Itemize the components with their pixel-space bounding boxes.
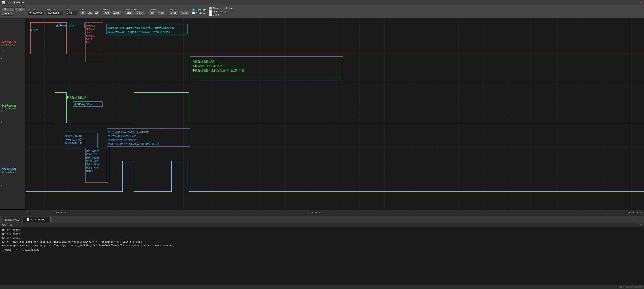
signal-info-checkbox-label[interactable]: Signal Info bbox=[192, 8, 206, 11]
svg-text:结束了Delay: 结束了Delay bbox=[86, 166, 98, 169]
bottom-bar: CSDN @家有仙妻谢孚栩 bbox=[0, 285, 644, 289]
waveform-svg: 先执行 主动Delay 10ms 高优先级 任务结束 Delay 打断低先 级任… bbox=[26, 18, 644, 210]
setup-button[interactable]: Setup... bbox=[2, 8, 14, 11]
svg-text:因此低优先级任务继续执行: 因此低优先级任务继续执行 bbox=[108, 138, 138, 141]
prev-button[interactable]: Prev bbox=[148, 11, 156, 15]
load-button[interactable]: Load... bbox=[14, 8, 26, 11]
show-cycles-checkbox[interactable] bbox=[209, 10, 212, 13]
tab-logic-analyzer[interactable]: 📊 Logic Analyzer bbox=[23, 217, 50, 222]
tab-logic-analyzer-icon: 📊 bbox=[26, 218, 30, 221]
svg-text:原因是低优先级任务执行的时候先take了信号量, 没有giv: 原因是低优先级任务执行的时候先take了信号量, 没有give bbox=[107, 30, 170, 33]
window-title: Logic Analyzer bbox=[6, 1, 24, 4]
signal-var-hp: flagHPTaskRun bbox=[1, 44, 24, 46]
zoom-all-button[interactable]: All bbox=[93, 11, 100, 15]
amplitude-checkbox[interactable] bbox=[192, 12, 195, 14]
min-time-input[interactable] bbox=[28, 11, 44, 14]
amplitude-label: Amplitude bbox=[196, 12, 206, 14]
toolbar-group-maxtime: Max Time bbox=[46, 8, 64, 14]
uart-settings-icon[interactable]: ⚙ bbox=[640, 223, 642, 226]
signal-info-label: Signal Info bbox=[196, 9, 206, 11]
save-button[interactable]: Save... bbox=[2, 12, 13, 16]
timestamps-label: Timestamps Enable bbox=[213, 7, 232, 10]
title-bar-left: 📊 Logic Analyzer bbox=[2, 1, 24, 4]
svg-text:高优先级: 高优先级 bbox=[86, 24, 95, 27]
svg-text:前两个任务都在: 前两个任务都在 bbox=[65, 135, 82, 138]
cursor-checkbox[interactable] bbox=[209, 13, 212, 16]
svg-text:级任务: 级任务 bbox=[86, 38, 93, 40]
grid-input[interactable] bbox=[66, 11, 77, 14]
toolbar-group-minmax: Min/Max Auto Undo bbox=[102, 8, 122, 15]
show-cycles-checkbox-label[interactable]: Show Cycles bbox=[209, 10, 226, 13]
signal-low-hp: 0 bbox=[1, 57, 24, 60]
tab-disassembly-label: Disassembly bbox=[5, 218, 19, 221]
signal-name-hp: 高优先级任务 bbox=[1, 40, 24, 44]
toolbar-group-transition: Transition Prev Next bbox=[147, 8, 167, 15]
signal-high-mp: 1 bbox=[1, 110, 24, 112]
signal-var-lp: flagLPTaskRun bbox=[1, 171, 24, 174]
svg-text:高优先级任务阻塞: 高优先级任务阻塞 bbox=[192, 60, 214, 63]
grid-label: Grid bbox=[66, 8, 70, 11]
credit-text: CSDN @家有仙妻谢孚栩 bbox=[620, 286, 642, 288]
svg-text:中优先级任务还在Delay中: 中优先级任务还在Delay中 bbox=[108, 135, 136, 138]
signal-info-checkbox[interactable] bbox=[192, 8, 195, 11]
next-button[interactable]: Next bbox=[157, 11, 166, 15]
max-time-label: Max Time bbox=[47, 8, 56, 11]
clear-button[interactable]: Clear bbox=[135, 11, 145, 15]
time-marker-middle: 0.445167 ms bbox=[54, 212, 67, 214]
toolbar-group-mintime: Min Time bbox=[28, 8, 45, 14]
waveform-area: 先执行 主动Delay 10ms 高优先级 任务结束 Delay 打断低先 级任… bbox=[26, 18, 644, 210]
min-time-label: Min Time bbox=[28, 8, 37, 11]
timestamps-checkbox[interactable] bbox=[209, 7, 212, 10]
tab-logic-analyzer-label: Logic Analyzer bbox=[31, 218, 47, 221]
signal-low-mp: 0 bbox=[1, 121, 24, 123]
svg-text:任务结束: 任务结束 bbox=[86, 28, 95, 30]
zoom-label: Zoom bbox=[80, 8, 85, 10]
svg-text:中优先级任务执行: 中优先级任务执行 bbox=[66, 96, 88, 99]
signal-row-hp: 高优先级任务 flagHPTaskRun 1 0 bbox=[0, 18, 26, 82]
tab-bar: Disassembly 📊 Logic Analyzer bbox=[0, 216, 644, 222]
auto-button[interactable]: Auto bbox=[102, 11, 111, 15]
uart-title: UART #1 bbox=[2, 223, 12, 226]
amplitude-checkbox-label[interactable]: Amplitude bbox=[192, 12, 206, 14]
signal-panel: 高优先级任务 flagHPTaskRun 1 0 中优先级任务 flagMPTa… bbox=[0, 18, 26, 210]
jump-to-label: Jump to bbox=[168, 8, 176, 10]
max-time-input[interactable] bbox=[47, 11, 63, 14]
zoom-out-button[interactable]: Out bbox=[86, 11, 93, 15]
svg-text:打断低先: 打断低先 bbox=[86, 34, 95, 37]
toolbar-group-checks2: Timestamps Enable Show Cycles Cursor bbox=[208, 7, 234, 16]
trace-button[interactable]: Trace bbox=[179, 11, 189, 15]
code-button[interactable]: Code bbox=[168, 11, 178, 15]
cursor-checkbox-label[interactable]: Cursor bbox=[209, 13, 220, 16]
svg-text:被高优先级任: 被高优先级任 bbox=[86, 156, 100, 159]
app-icon: 📊 bbox=[2, 1, 5, 4]
signal-row-lp: 低优先级任务 flagLPTaskRun 1 0 bbox=[0, 146, 26, 210]
toolbar-group-checks: Signal Info Amplitude bbox=[191, 8, 208, 14]
uart-content: HPTask start MPTask start LPTask start L… bbox=[0, 227, 644, 285]
timeline-bar: 0 s 0.445167 ms 34.44517 ms 70.44517 ms bbox=[0, 210, 644, 216]
svg-text:主动Delay 30ms: 主动Delay 30ms bbox=[74, 103, 92, 106]
tab-disassembly[interactable]: Disassembly bbox=[2, 217, 22, 222]
toolbar: Setup... Load... Save... Min Time Max Ti… bbox=[0, 5, 644, 18]
zoom-in-button[interactable]: In bbox=[80, 11, 86, 15]
svg-text:高优先级任务要去take信号量, 发现不成功, 因此进入阻塞: 高优先级任务要去take信号量, 发现不成功, 因此进入阻塞状态 bbox=[107, 26, 174, 29]
update-screen-label: Update Screen bbox=[124, 8, 138, 10]
toolbar-group-update: Update Screen Stop Clear bbox=[123, 8, 146, 15]
transition-label: Transition bbox=[148, 8, 156, 10]
svg-text:高优先级任务take不成功, 进入阻塞态: 高优先级任务take不成功, 进入阻塞态 bbox=[108, 131, 149, 134]
undo-button[interactable]: Undo bbox=[112, 11, 121, 15]
signal-var-mp: flagMPTaskRun bbox=[1, 108, 24, 110]
svg-text:10ms了: 10ms了 bbox=[86, 170, 94, 172]
signal-high-hp: 1 bbox=[1, 49, 2, 52]
signal-row-mp: 中优先级任务 flagMPTaskRun 1 0 bbox=[0, 82, 26, 146]
svg-text:先执行: 先执行 bbox=[30, 28, 38, 32]
time-marker-right2: 70.44517 ms bbox=[629, 212, 642, 214]
svg-text:主动Delay 10ms: 主动Delay 10ms bbox=[56, 24, 74, 27]
stop-button[interactable]: Stop bbox=[124, 11, 134, 15]
toolbar-group-file: Setup... Load... Save... bbox=[1, 8, 26, 16]
close-button[interactable]: ✕ bbox=[640, 1, 642, 4]
signal-name-lp: 低优先级任务 bbox=[1, 168, 24, 171]
svg-text:Delay状态, 轮到: Delay状态, 轮到 bbox=[65, 138, 82, 141]
cursor-label: Cursor bbox=[213, 14, 220, 16]
signal-name-mp: 中优先级任务 bbox=[1, 104, 24, 108]
timestamps-checkbox-label[interactable]: Timestamps Enable bbox=[209, 7, 232, 10]
